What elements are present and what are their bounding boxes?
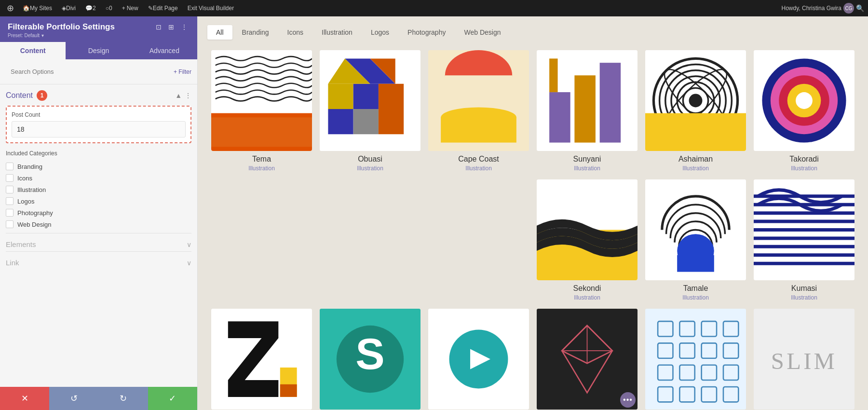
post-count-input[interactable] [12, 121, 186, 137]
admin-bar-new-button[interactable]: + New [118, 0, 142, 16]
category-branding: Branding [6, 161, 191, 172]
svg-rect-58 [280, 384, 297, 397]
portfolio-name-tema: Tema [211, 155, 312, 164]
portfolio-item-obuasi[interactable]: Obuasi Illustration [316, 46, 424, 176]
portfolio-item-ombra[interactable]: ••• Ombra Branding Illustration [533, 305, 641, 410]
portfolio-item-kumasi[interactable]: Kumasi Illustration [750, 176, 858, 305]
portfolio-category-takoradi: Illustration [754, 165, 854, 172]
filter-tab-illustration[interactable]: Illustration [313, 25, 361, 40]
portfolio-item-shadow[interactable]: S Shadow Inc. Illustration [316, 305, 424, 410]
filter-tab-all[interactable]: All [207, 25, 232, 40]
content-section-badge: 1 [37, 90, 47, 101]
section-collapse-button[interactable]: ▲ [175, 92, 182, 99]
section-more-button[interactable]: ⋮ [185, 92, 191, 99]
tab-content[interactable]: Content [0, 42, 66, 59]
portfolio-thumb-cape-coast [428, 50, 529, 151]
sidebar-grid-icon[interactable]: ⊞ [166, 22, 176, 32]
portfolio-item-lineicon[interactable]: Line Icon Set Illustration, Web [641, 305, 750, 410]
filter-button[interactable]: + Filter [174, 68, 191, 75]
category-webdesign-checkbox[interactable] [6, 220, 14, 228]
category-photography-checkbox[interactable] [6, 209, 14, 217]
admin-bar-edit-page[interactable]: ✎ Edit Page [144, 0, 182, 16]
settings-sidebar: Filterable Portfolio Settings ⊡ ⊞ ⋮ Pres… [0, 16, 198, 410]
portfolio-item-tema[interactable]: Tema Illustration [207, 46, 316, 176]
undo-button[interactable]: ↺ [49, 387, 98, 410]
admin-bar-divi[interactable]: ◈ Divi [58, 0, 80, 16]
redo-button[interactable]: ↻ [99, 387, 148, 410]
category-logos: Logos [6, 195, 191, 207]
filter-tab-logos[interactable]: Logos [362, 25, 398, 40]
portfolio-thumb-ashaiman [645, 50, 746, 151]
portfolio-name-sekondi: Sekondi [537, 284, 637, 293]
filter-tab-branding[interactable]: Branding [233, 25, 278, 40]
portfolio-item-accra[interactable]: Accra Illustration [207, 305, 316, 410]
svg-marker-8 [379, 84, 404, 109]
sidebar-more-icon[interactable]: ⋮ [179, 22, 190, 32]
portfolio-item-takoradi[interactable]: Takoradi Illustration [750, 46, 858, 176]
filter-tab-webdesign[interactable]: Web Design [455, 25, 509, 40]
edit-icon: ✎ [148, 5, 153, 12]
filter-tab-icons[interactable]: Icons [279, 25, 312, 40]
category-logos-checkbox[interactable] [6, 197, 14, 205]
portfolio-item-airplay[interactable]: Airplay Illustration, Logos [424, 305, 533, 410]
svg-rect-22 [549, 58, 557, 92]
sidebar-title-row: Filterable Portfolio Settings ⊡ ⊞ ⋮ [8, 22, 190, 32]
sidebar-header-icons: ⊡ ⊞ ⋮ [154, 22, 190, 32]
content-section-header: Content 1 ▲ ⋮ [6, 90, 191, 101]
portfolio-item-tamale[interactable]: Tamale Illustration [641, 176, 750, 305]
tab-advanced[interactable]: Advanced [132, 42, 197, 59]
svg-rect-20 [574, 75, 596, 142]
svg-rect-70 [645, 309, 746, 410]
sidebar-search-row: + Filter [0, 59, 197, 84]
category-illustration-label: Illustration [17, 186, 46, 193]
portfolio-thumb-sekondi [537, 179, 637, 280]
portfolio-thumb-accra [211, 309, 312, 410]
tab-design[interactable]: Design [66, 42, 131, 59]
link-header[interactable]: Link ∨ [6, 259, 191, 267]
home-icon: 🏠 [23, 5, 30, 12]
admin-bar-exit-visual-builder[interactable]: Exit Visual Builder [184, 0, 238, 16]
sidebar-copy-icon[interactable]: ⊡ [154, 22, 163, 32]
wp-admin-bar: ⊕ 🏠 My Sites ◈ Divi 💬 2 ○ 0 + New ✎ Edit… [0, 0, 868, 16]
portfolio-thumb-shadow: S [320, 309, 420, 410]
svg-marker-9 [328, 109, 353, 134]
sidebar-body: Content 1 ▲ ⋮ Post Count Included Catego… [0, 84, 197, 387]
portfolio-name-obuasi: Obuasi [320, 155, 420, 164]
save-button[interactable]: ✓ [148, 387, 197, 410]
portfolio-item-cape-coast[interactable]: Cape Coast Illustration [424, 46, 533, 176]
portfolio-item-sekondi[interactable]: Sekondi Illustration [533, 176, 641, 305]
admin-search-button[interactable]: 🔍 [856, 4, 864, 12]
loading-indicator: ••• [620, 392, 636, 408]
preset-selector[interactable]: Preset: Default ▾ [8, 32, 190, 42]
portfolio-name-kumasi: Kumasi [754, 284, 854, 293]
portfolio-category-tema: Illustration [211, 165, 312, 172]
portfolio-grid: Tema Illustration [198, 46, 868, 410]
link-title: Link [6, 259, 19, 267]
admin-bar-comments[interactable]: 💬 2 [81, 0, 100, 16]
category-icons-label: Icons [17, 175, 32, 182]
svg-rect-19 [549, 92, 570, 142]
category-illustration-checkbox[interactable] [6, 186, 14, 193]
category-icons-checkbox[interactable] [6, 174, 14, 182]
admin-bar-comment-count[interactable]: ○ 0 [102, 0, 116, 16]
category-icons: Icons [6, 172, 191, 184]
search-input[interactable] [6, 64, 174, 79]
portfolio-thumb-obuasi [320, 50, 420, 151]
filter-tab-photography[interactable]: Photography [399, 25, 454, 40]
svg-text:S: S [355, 329, 384, 378]
included-categories: Included Categories Branding Icons Illus… [6, 150, 191, 230]
portfolio-thumb-tema [211, 50, 312, 151]
portfolio-item-ashaiman[interactable]: Ashaiman Illustration [641, 46, 750, 176]
portfolio-name-sunyani: Sunyani [537, 155, 637, 164]
link-chevron-icon: ∨ [187, 259, 191, 267]
portfolio-item-sunyani[interactable]: Sunyani Illustration [533, 46, 641, 176]
portfolio-item-slimfont[interactable]: SLIM Slim Font Illustration, Web [750, 305, 858, 410]
category-branding-checkbox[interactable] [6, 163, 14, 170]
svg-point-39 [796, 92, 813, 109]
sidebar-footer: ✕ ↺ ↻ ✓ [0, 387, 197, 410]
cancel-button[interactable]: ✕ [0, 387, 49, 410]
admin-bar-my-sites[interactable]: 🏠 My Sites [19, 0, 56, 16]
portfolio-thumb-tamale [645, 179, 746, 280]
elements-header[interactable]: Elements ∨ [6, 240, 191, 248]
svg-rect-44 [677, 255, 714, 272]
